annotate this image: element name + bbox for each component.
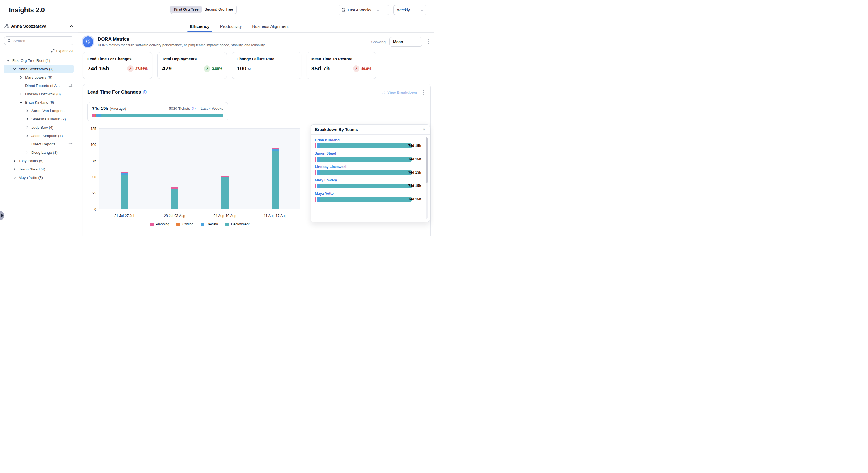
- y-axis-tick-label: 50: [87, 175, 96, 179]
- info-icon[interactable]: ⓘ: [192, 107, 196, 111]
- summary-bar-segment-planning: [92, 115, 95, 117]
- metric-value: 85d 7h: [311, 65, 330, 72]
- tab-business-alignment[interactable]: Business Alignment: [252, 20, 289, 32]
- tab-efficiency[interactable]: Efficiency: [189, 20, 210, 32]
- dora-metrics-icon: [83, 36, 93, 47]
- tree-item-label: Jason Stead (4): [19, 167, 45, 171]
- metric-delta-badge: ↗3.68%: [204, 65, 222, 72]
- chevron-down-icon[interactable]: [6, 59, 10, 62]
- tree-item-tony-pallas[interactable]: Tony Pallas (5): [4, 156, 74, 165]
- metric-value: 100 %: [237, 65, 251, 72]
- breakdown-row-brian-kirkland: Brian Kirkland74d 15h: [315, 138, 421, 148]
- search-input[interactable]: [13, 39, 70, 43]
- tree-item-sireesha-kunduri[interactable]: Sireesha Kunduri (7): [4, 115, 74, 123]
- metric-delta-value: 3.68%: [212, 66, 222, 71]
- team-value: 74d 15h: [408, 197, 421, 202]
- chevron-right-icon[interactable]: [25, 109, 29, 113]
- granularity-select[interactable]: Weekly: [393, 5, 427, 15]
- tree-item-label: Maya Yette (3): [19, 176, 43, 180]
- tree-item-aaron-van-langen[interactable]: Aaron Van Langen...: [4, 107, 74, 115]
- team-name-link[interactable]: Mary Lowery: [315, 178, 421, 182]
- breakdown-by-teams-panel: Breakdown By Teams ✕ Brian Kirkland74d 1…: [311, 124, 430, 222]
- x-axis-label: 11 Aug-17 Aug: [250, 214, 300, 218]
- chevron-up-icon[interactable]: [70, 25, 73, 28]
- chevron-right-icon[interactable]: [25, 125, 29, 129]
- metric-delta-badge: ↗27.56%: [127, 65, 148, 72]
- bar-segment-review: [316, 197, 320, 202]
- lead-time-section: Lead Time For Changes ⓘ View Breakdown: [83, 84, 431, 237]
- tree-item-lindsay-liszewski[interactable]: Lindsay Liszewski (8): [4, 90, 74, 98]
- tree-item-direct-reports[interactable]: Direct Reports ...: [4, 140, 74, 148]
- chevron-right-icon[interactable]: [25, 150, 29, 154]
- search-icon: [7, 39, 11, 42]
- chart-x-axis-labels: 21 Jul-27 Jul28 Jul-03 Aug04 Aug-10 Aug1…: [99, 214, 300, 218]
- bar-segment-review: [316, 144, 320, 148]
- tree-item-judy-saw[interactable]: Judy Saw (4): [4, 123, 74, 131]
- tree-item-jason-stead[interactable]: Jason Stead (4): [4, 165, 74, 173]
- tree-item-maya-yette[interactable]: Maya Yette (3): [4, 173, 74, 182]
- aggregation-select[interactable]: Mean: [390, 37, 422, 47]
- tree-item-label: Judy Saw (4): [31, 125, 54, 129]
- metric-title: Total Deployments: [162, 57, 222, 61]
- chevron-right-icon[interactable]: [25, 117, 29, 121]
- x-axis-label: 04 Aug-10 Aug: [200, 214, 250, 218]
- tree-item-label: Mary Lowery (6): [25, 75, 52, 79]
- metric-title: Change Failure Rate: [237, 57, 297, 61]
- chevron-down-icon[interactable]: [19, 100, 23, 104]
- sidebar-owner-name: Anna Scozzafava: [11, 24, 67, 29]
- filter-sliders-icon[interactable]: [68, 142, 73, 146]
- close-icon[interactable]: ✕: [422, 127, 426, 132]
- legend-item-review: Review: [201, 222, 218, 226]
- chevron-down-icon[interactable]: [12, 67, 17, 71]
- tree-item-direct-reports-of-a[interactable]: Direct Reports of A...: [4, 81, 74, 90]
- org-tree-toggle: First Org TreeSecond Org Tree: [170, 5, 237, 14]
- breakdown-scrollbar-thumb[interactable]: [426, 137, 428, 183]
- chevron-right-icon[interactable]: [19, 75, 23, 79]
- info-icon[interactable]: ⓘ: [143, 90, 147, 94]
- summary-bar-segment-deployment: [101, 115, 223, 117]
- chevron-right-icon[interactable]: [12, 159, 17, 163]
- summary-bar-segment-review: [96, 115, 101, 117]
- tree-item-label: Direct Reports ...: [31, 142, 60, 146]
- team-name-link[interactable]: Brian Kirkland: [315, 138, 421, 142]
- tree-item-doug-lange[interactable]: Doug Lange (3): [4, 148, 74, 156]
- metric-card-mean-time-to-restore: Mean Time To Restore85d 7h↗40.8%: [307, 52, 376, 79]
- team-name-link[interactable]: Jason Stead: [315, 151, 421, 155]
- section-kebab-menu[interactable]: [422, 89, 426, 96]
- chevron-right-icon[interactable]: [19, 92, 23, 96]
- bar-segment-deployment: [320, 157, 412, 161]
- breakdown-title: Breakdown By Teams: [315, 127, 358, 132]
- tree-item-label: Brian Kirkland (6): [25, 100, 54, 105]
- chevron-right-icon[interactable]: [25, 134, 29, 138]
- date-range-select[interactable]: Last 4 Weeks: [338, 5, 390, 15]
- org-toggle-option-first-org-tree[interactable]: First Org Tree: [171, 6, 202, 13]
- chevron-right-icon[interactable]: [12, 176, 17, 179]
- legend-label: Review: [207, 222, 218, 226]
- app-title: Insights 2.0: [9, 6, 44, 14]
- x-axis-label: 28 Jul-03 Aug: [150, 214, 200, 218]
- y-axis-tick-label: 75: [87, 159, 96, 163]
- tree-item-brian-kirkland[interactable]: Brian Kirkland (6): [4, 98, 74, 107]
- tree-item-jason-simpson[interactable]: Jason Simpson (7): [4, 131, 74, 140]
- summary-value: 74d 15h: [92, 106, 108, 111]
- bar-segment-review: [316, 170, 320, 175]
- filter-sliders-icon[interactable]: [68, 84, 73, 88]
- metric-cards-row: Lead Time For Changes74d 15h↗27.56%Total…: [83, 52, 431, 79]
- stacked-bar: [221, 176, 228, 209]
- breakdown-row-mary-lowery: Mary Lowery74d 15h: [315, 178, 421, 188]
- team-name-link[interactable]: Lindsay Liszewski: [315, 165, 421, 169]
- breakdown-row-lindsay-liszewski: Lindsay Liszewski74d 15h: [315, 165, 421, 175]
- tree-item-anna-scozzafava[interactable]: Anna Scozzafava (7): [4, 65, 74, 73]
- tab-productivity[interactable]: Productivity: [220, 20, 243, 32]
- dora-kebab-menu[interactable]: [426, 38, 431, 46]
- y-axis-tick-label: 0: [87, 208, 96, 211]
- tree-item-first-org-tree-root[interactable]: First Org Tree Root (1): [4, 56, 74, 65]
- view-breakdown-button[interactable]: View Breakdown: [382, 90, 417, 94]
- team-name-link[interactable]: Maya Yette: [315, 191, 421, 196]
- chevron-right-icon[interactable]: [12, 167, 17, 171]
- org-toggle-option-second-org-tree[interactable]: Second Org Tree: [202, 6, 236, 13]
- expand-all-button[interactable]: Expand All: [0, 49, 73, 53]
- lead-time-chart: 0255075100125 21 Jul-27 Jul28 Jul-03 Aug…: [99, 129, 300, 226]
- tree-item-mary-lowery[interactable]: Mary Lowery (6): [4, 73, 74, 81]
- metric-title: Mean Time To Restore: [311, 57, 371, 61]
